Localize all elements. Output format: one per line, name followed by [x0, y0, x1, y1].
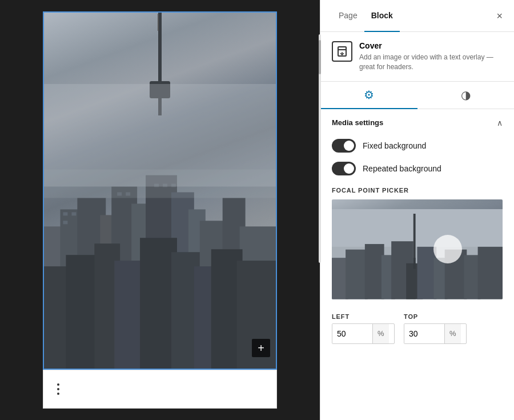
focal-point-handle[interactable] — [433, 235, 462, 263]
top-coord-input-wrap: % — [404, 323, 467, 344]
close-panel-button[interactable]: × — [496, 11, 503, 21]
focal-point-coordinates: LEFT % TOP % — [320, 306, 514, 344]
top-coord-input[interactable] — [404, 324, 444, 343]
repeated-background-toggle[interactable] — [332, 162, 356, 175]
svg-rect-42 — [417, 247, 437, 299]
editor-panel: + — [0, 0, 320, 420]
repeated-background-row: Repeated background — [320, 157, 514, 180]
city-skyline-svg — [44, 84, 276, 369]
editor-canvas: + — [43, 11, 277, 370]
svg-rect-46 — [478, 247, 503, 299]
block-options-button[interactable] — [49, 380, 67, 398]
focal-point-label: Focal Point Picker — [332, 187, 503, 194]
dot-2 — [57, 388, 59, 390]
svg-rect-21 — [63, 212, 67, 215]
fixed-background-row: Fixed background — [320, 134, 514, 157]
scrollbar-thumb[interactable] — [319, 40, 321, 74]
media-settings-header: Media settings ∧ — [320, 109, 514, 134]
left-coord-unit: % — [372, 324, 389, 343]
panel-tabs: Page Block × — [320, 0, 514, 32]
top-coord-unit: % — [444, 324, 461, 343]
dot-3 — [57, 393, 59, 395]
repeated-background-label: Repeated background — [363, 164, 441, 173]
style-icon: ◑ — [461, 88, 471, 102]
fixed-background-toggle[interactable] — [332, 139, 356, 153]
svg-rect-41 — [413, 258, 416, 269]
focal-picker-background — [332, 199, 503, 299]
media-settings-collapse-button[interactable]: ∧ — [497, 118, 503, 127]
tab-block[interactable]: Block — [364, 0, 400, 32]
svg-rect-23 — [63, 221, 67, 224]
block-description: Cover Add an image or video with a text … — [359, 41, 503, 72]
svg-rect-22 — [71, 212, 76, 215]
bookmark-icon — [336, 46, 348, 57]
settings-icon-tabs: ⚙ ◑ — [320, 82, 514, 109]
top-coord-label: TOP — [404, 313, 467, 320]
block-type-name: Cover — [359, 41, 503, 50]
settings-panel: Page Block × Cover Add an image or video… — [320, 0, 514, 420]
tab-block-settings[interactable]: ⚙ — [320, 82, 417, 109]
left-coord-input-wrap: % — [332, 323, 395, 344]
media-settings-title: Media settings — [332, 118, 383, 127]
left-coord-group: LEFT % — [332, 313, 395, 344]
top-coord-group: TOP % — [404, 313, 467, 344]
svg-rect-35 — [346, 250, 368, 299]
svg-rect-30 — [44, 169, 276, 198]
panel-scrollable-content[interactable]: Media settings ∧ Fixed background Repeat… — [320, 109, 514, 420]
gear-icon: ⚙ — [364, 88, 374, 102]
dot-1 — [57, 383, 59, 386]
block-type-icon — [332, 41, 352, 62]
focal-point-picker[interactable] — [332, 199, 503, 299]
scrollbar-track — [319, 34, 321, 263]
block-type-desc: Add an image or video with a text overla… — [359, 53, 503, 72]
tab-page[interactable]: Page — [332, 0, 364, 32]
block-toolbar — [43, 370, 277, 409]
add-block-button[interactable]: + — [252, 339, 270, 357]
focal-city-svg — [332, 209, 503, 299]
block-info-section: Cover Add an image or video with a text … — [320, 32, 514, 82]
focal-point-section: Focal Point Picker — [320, 180, 514, 306]
svg-rect-36 — [365, 244, 384, 299]
tab-block-style[interactable]: ◑ — [417, 82, 515, 109]
left-coord-input[interactable] — [332, 324, 372, 343]
cover-image — [44, 13, 276, 369]
left-coord-label: LEFT — [332, 313, 395, 320]
fixed-background-label: Fixed background — [363, 141, 426, 150]
